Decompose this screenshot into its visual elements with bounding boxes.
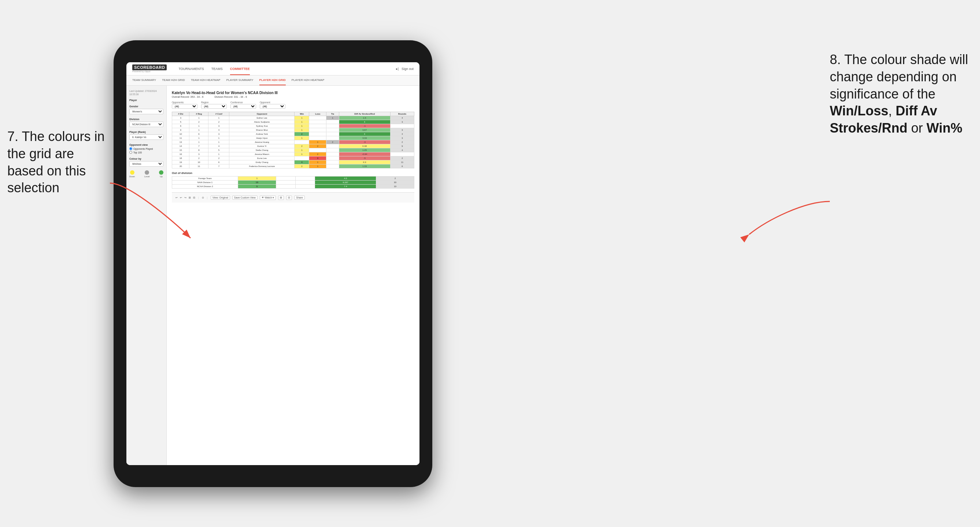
filter-opponent-select[interactable]: (All) bbox=[260, 104, 285, 109]
td-name: Eunice Yi bbox=[229, 144, 294, 148]
filter-conference-select[interactable]: (All) bbox=[231, 104, 256, 109]
th-conf: # Conf bbox=[208, 112, 229, 116]
td-ood-tie bbox=[295, 184, 315, 189]
player-rank-select[interactable]: 8. Katelyn Vo bbox=[129, 134, 163, 140]
radio-top100[interactable]: Top 100 bbox=[129, 151, 163, 154]
gender-select[interactable]: Women's bbox=[129, 109, 163, 114]
td-reg: 1 bbox=[189, 140, 208, 144]
view-original-btn[interactable]: View: Original bbox=[211, 195, 230, 200]
save-custom-btn[interactable]: Save Custom View bbox=[232, 195, 258, 200]
sign-out-link[interactable]: Sign out bbox=[401, 67, 414, 71]
td-tie bbox=[326, 148, 339, 152]
td-name: Sharon Mun bbox=[229, 128, 294, 132]
layout-btn[interactable]: ⊞ bbox=[278, 195, 284, 200]
td-div: 11 bbox=[172, 136, 189, 140]
division-select[interactable]: NCAA Division III bbox=[129, 122, 163, 127]
td-loss bbox=[309, 120, 326, 124]
td-reg: 7 bbox=[189, 144, 208, 148]
td-reg: 1 bbox=[189, 136, 208, 140]
td-win: 4 bbox=[294, 160, 309, 164]
td-win: 2 bbox=[294, 132, 309, 136]
td-conf: 1 bbox=[208, 140, 229, 144]
td-div: 16 bbox=[172, 152, 189, 156]
td-name: Jessica Mason bbox=[229, 152, 294, 156]
opponent-view-label: Opponent view bbox=[129, 144, 163, 146]
td-tie bbox=[326, 152, 339, 156]
filter-conference-label: Conference bbox=[231, 101, 256, 104]
opponent-view-section: Opponent view Opponents Played Top 100 bbox=[129, 144, 163, 154]
td-div: 15 bbox=[172, 148, 189, 152]
td-div: 3 bbox=[172, 116, 189, 120]
division-label: Division bbox=[129, 118, 163, 121]
sub-nav-player-h2h-grid[interactable]: PLAYER H2H GRID bbox=[259, 75, 286, 85]
th-opponent: Opponent bbox=[229, 112, 294, 116]
out-of-division-row: NCAA Division 2 5 7.4 10 bbox=[172, 184, 414, 189]
td-div: 6 bbox=[172, 124, 189, 128]
nav-tournaments[interactable]: TOURNAMENTS bbox=[178, 62, 204, 75]
sub-nav-player-h2h-heatmap[interactable]: PLAYER H2H HEATMAP bbox=[292, 75, 325, 85]
sub-nav-team-h2h-grid[interactable]: TEAM H2H GRID bbox=[162, 75, 185, 85]
player-rank-section: Player (Rank) 8. Katelyn Vo bbox=[129, 131, 163, 140]
td-win: 1 bbox=[294, 116, 309, 120]
filter-conference: Conference (All) bbox=[231, 101, 256, 109]
out-of-division-row: NAIA Division 1 15 9.267 30 bbox=[172, 181, 414, 184]
table-row: 9 1 4 Sharon Mun 1 3.67 3 bbox=[172, 128, 414, 132]
th-win: Win bbox=[294, 112, 309, 116]
td-rounds: 3 bbox=[390, 136, 414, 140]
share-btn[interactable]: Share bbox=[294, 195, 305, 200]
tablet-screen: SCOREBOARD Powered by clippd TOURNAMENTS… bbox=[126, 62, 420, 465]
sep2: | bbox=[207, 196, 208, 199]
td-ood-win: 1 bbox=[238, 176, 276, 181]
th-rounds: Rounds bbox=[390, 112, 414, 116]
arrow-left-svg bbox=[99, 176, 202, 249]
table-row: 16 3 1 Jessica Mason 1 2 -0.94 bbox=[172, 152, 414, 156]
sidebar: Last Updated: 27/03/2024 16:55:38 Player… bbox=[126, 86, 167, 465]
th-div: # Div bbox=[172, 112, 189, 116]
td-ood-rounds: 10 bbox=[376, 184, 414, 189]
timer-icon: ⊙ bbox=[202, 196, 204, 199]
td-rounds: 4 bbox=[390, 132, 414, 136]
filter-region-select[interactable]: (All) bbox=[201, 104, 227, 109]
td-tie bbox=[326, 164, 339, 168]
td-ood-loss bbox=[276, 184, 295, 189]
grid-btn[interactable]: ⊟ bbox=[286, 195, 292, 200]
colour-by-label: Colour by bbox=[129, 157, 163, 160]
th-tie: Tie bbox=[326, 112, 339, 116]
nav-teams[interactable]: TEAMS bbox=[212, 62, 223, 75]
td-conf: 2 bbox=[208, 120, 229, 124]
division-section: Division NCAA Division III bbox=[129, 118, 163, 127]
sub-nav-player-summary[interactable]: PLAYER SUMMARY bbox=[226, 75, 253, 85]
level-dot bbox=[145, 170, 149, 175]
logo-sub: Powered by clippd bbox=[132, 70, 173, 73]
td-loss: 1 bbox=[309, 140, 326, 144]
td-ood-tie bbox=[295, 176, 315, 181]
colour-by-select[interactable]: Win/loss bbox=[129, 161, 163, 167]
td-ood-win: 5 bbox=[238, 184, 276, 189]
radio-opponents-played[interactable]: Opponents Played bbox=[129, 147, 163, 150]
grid-title: Katelyn Vo Head-to-Head Grid for Women's… bbox=[172, 91, 414, 95]
td-win: 1 bbox=[294, 128, 309, 132]
td-ood-rounds: 2 bbox=[376, 176, 414, 181]
td-conf: 3 bbox=[208, 132, 229, 136]
filter-opponents-select[interactable]: (All) bbox=[172, 104, 197, 109]
filter-opponents: Opponents: (All) bbox=[172, 101, 197, 109]
sub-nav-team-h2h-heatmap[interactable]: TEAM H2H HEATMAP bbox=[191, 75, 221, 85]
app-header: SCOREBOARD Powered by clippd TOURNAMENTS… bbox=[126, 62, 420, 75]
td-rounds: 4 bbox=[390, 116, 414, 120]
td-conf: 5 bbox=[208, 148, 229, 152]
filter-region-label: Region bbox=[201, 101, 227, 104]
gender-section: Gender Women's bbox=[129, 105, 163, 114]
watch-btn[interactable]: 👁 Watch ▾ bbox=[260, 195, 276, 200]
td-div: 14 bbox=[172, 144, 189, 148]
bottom-toolbar: ↩ ↩ ↪ ⊞ ⊟ | ⊙ | View: Original Save Cust… bbox=[172, 192, 414, 203]
nav-committee[interactable]: COMMITTEE bbox=[230, 62, 250, 75]
td-ood-win: 15 bbox=[238, 181, 276, 184]
player-section: Player bbox=[129, 99, 163, 102]
td-win: 1 bbox=[294, 124, 309, 128]
td-loss: 1 bbox=[309, 164, 326, 168]
td-conf: 7 bbox=[208, 164, 229, 168]
td-tie bbox=[326, 132, 339, 136]
td-win: 1 bbox=[294, 148, 309, 152]
td-loss: 2 bbox=[309, 144, 326, 148]
sub-nav-team-summary[interactable]: TEAM SUMMARY bbox=[132, 75, 156, 85]
